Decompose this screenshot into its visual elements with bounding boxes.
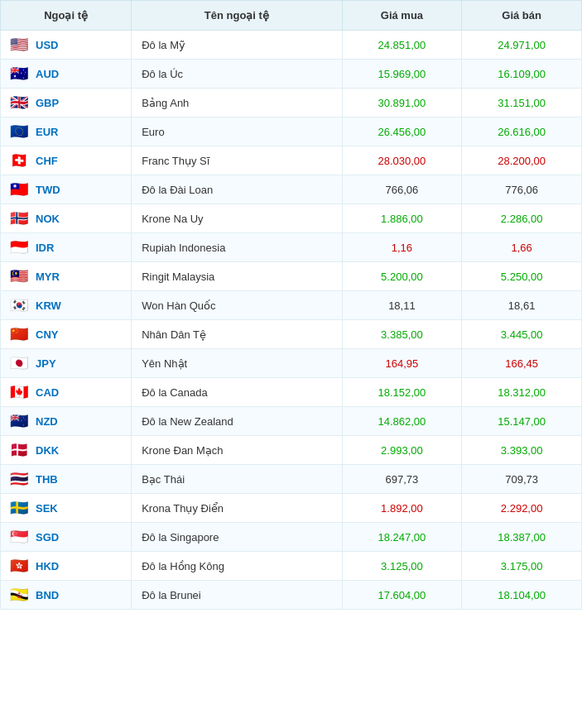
flag-icon: 🇨🇭 xyxy=(7,152,31,169)
sell-price: 18.387,00 xyxy=(498,531,546,544)
currency-code: DKK xyxy=(36,444,59,457)
table-row: 🇨🇭 CHF Franc Thụy Sĩ 28.030,00 28.200,00 xyxy=(1,146,582,175)
table-row: 🇦🇺 AUD Đô la Úc 15.969,00 16.109,00 xyxy=(1,60,582,89)
flag-icon: 🇺🇸 xyxy=(7,36,31,53)
sell-price-cell: 166,45 xyxy=(462,349,582,378)
flag-icon: 🇲🇾 xyxy=(7,268,31,285)
sell-price-cell: 5.250,00 xyxy=(462,262,582,291)
buy-price: 26.456,00 xyxy=(378,126,426,138)
table-row: 🇬🇧 GBP Bảng Anh 30.891,00 31.151,00 xyxy=(1,89,582,117)
flag-icon: 🇬🇧 xyxy=(7,94,31,111)
buy-price: 18.152,00 xyxy=(378,386,426,399)
sell-price-cell: 776,06 xyxy=(462,175,582,204)
sell-price: 776,06 xyxy=(505,184,538,196)
flag-icon: 🇦🇺 xyxy=(7,65,31,82)
sell-price: 3.393,00 xyxy=(501,444,543,457)
currency-cell: 🇹🇭 THB xyxy=(1,465,132,494)
sell-price-cell: 24.971,00 xyxy=(462,31,582,60)
currency-name-cell: Rupiah Indonesia xyxy=(132,233,342,262)
table-row: 🇳🇴 NOK Krone Na Uy 1.886,00 2.286,00 xyxy=(1,204,582,233)
table-row: 🇩🇰 DKK Krone Đan Mạch 2.993,00 3.393,00 xyxy=(1,436,582,465)
currency-cell: 🇬🇧 GBP xyxy=(1,89,132,117)
sell-price-cell: 2.292,00 xyxy=(462,494,582,523)
table-row: 🇹🇭 THB Bạc Thái 697,73 709,73 xyxy=(1,465,582,494)
sell-price: 18.104,00 xyxy=(498,589,546,601)
currency-table: Ngoại tệ Tên ngoại tệ Giá mua Giá bán 🇺🇸… xyxy=(0,0,582,610)
sell-price-cell: 18,61 xyxy=(462,291,582,320)
flag-icon: 🇨🇦 xyxy=(7,384,31,400)
table-row: 🇪🇺 EUR Euro 26.456,00 26.616,00 xyxy=(1,117,582,146)
sell-price-cell: 28.200,00 xyxy=(462,146,582,175)
buy-price-cell: 26.456,00 xyxy=(342,117,462,146)
currency-cell: 🇸🇬 SGD xyxy=(1,523,132,552)
currency-name-cell: Nhân Dân Tệ xyxy=(132,320,342,349)
buy-price-cell: 18.152,00 xyxy=(342,378,462,407)
buy-price: 1.886,00 xyxy=(381,213,423,225)
currency-code: CNY xyxy=(36,328,58,341)
sell-price: 31.151,00 xyxy=(498,97,546,109)
buy-price: 2.993,00 xyxy=(381,444,423,457)
table-row: 🇲🇾 MYR Ringit Malaysia 5.200,00 5.250,00 xyxy=(1,262,582,291)
sell-price: 18.312,00 xyxy=(498,386,546,399)
table-header-row: Ngoại tệ Tên ngoại tệ Giá mua Giá bán xyxy=(1,1,582,31)
currency-name-cell: Krona Thụy Điển xyxy=(132,494,342,523)
col-buy: Giá mua xyxy=(342,1,462,31)
flag-icon: 🇰🇷 xyxy=(7,297,31,314)
sell-price: 3.175,00 xyxy=(501,560,543,572)
sell-price: 3.445,00 xyxy=(501,328,543,341)
buy-price: 15.969,00 xyxy=(378,68,426,80)
sell-price-cell: 26.616,00 xyxy=(462,117,582,146)
flag-icon: 🇨🇳 xyxy=(7,326,31,342)
table-row: 🇺🇸 USD Đô la Mỹ 24.851,00 24.971,00 xyxy=(1,31,582,60)
currency-code: BND xyxy=(36,589,59,601)
sell-price-cell: 709,73 xyxy=(462,465,582,494)
table-row: 🇮🇩 IDR Rupiah Indonesia 1,16 1,66 xyxy=(1,233,582,262)
sell-price-cell: 18.104,00 xyxy=(462,581,582,610)
buy-price: 697,73 xyxy=(386,473,419,486)
sell-price-cell: 31.151,00 xyxy=(462,89,582,117)
sell-price-cell: 3.445,00 xyxy=(462,320,582,349)
currency-name-cell: Đô la Canada xyxy=(132,378,342,407)
currency-name-cell: Yên Nhật xyxy=(132,349,342,378)
currency-name-cell: Đô la Singapore xyxy=(132,523,342,552)
sell-price-cell: 3.393,00 xyxy=(462,436,582,465)
flag-icon: 🇮🇩 xyxy=(7,239,31,256)
currency-code: KRW xyxy=(36,299,61,312)
sell-price: 5.250,00 xyxy=(501,271,543,283)
sell-price: 2.286,00 xyxy=(501,213,543,225)
buy-price-cell: 164,95 xyxy=(342,349,462,378)
currency-name-cell: Đô la Brunei xyxy=(132,581,342,610)
buy-price: 3.385,00 xyxy=(381,328,423,341)
buy-price: 14.862,00 xyxy=(378,415,426,428)
currency-code: USD xyxy=(36,39,58,51)
table-row: 🇰🇷 KRW Won Hàn Quốc 18,11 18,61 xyxy=(1,291,582,320)
table-row: 🇸🇪 SEK Krona Thụy Điển 1.892,00 2.292,00 xyxy=(1,494,582,523)
sell-price: 24.971,00 xyxy=(498,39,546,51)
currency-cell: 🇨🇭 CHF xyxy=(1,146,132,175)
sell-price: 16.109,00 xyxy=(498,68,546,80)
sell-price: 1,66 xyxy=(511,242,531,254)
buy-price-cell: 1.886,00 xyxy=(342,204,462,233)
buy-price-cell: 18,11 xyxy=(342,291,462,320)
currency-cell: 🇮🇩 IDR xyxy=(1,233,132,262)
buy-price: 18.247,00 xyxy=(378,531,426,544)
currency-cell: 🇭🇰 HKD xyxy=(1,552,132,581)
currency-cell: 🇯🇵 JPY xyxy=(1,349,132,378)
buy-price: 164,95 xyxy=(386,357,419,370)
currency-code: MYR xyxy=(36,271,60,283)
sell-price-cell: 18.312,00 xyxy=(462,378,582,407)
currency-cell: 🇦🇺 AUD xyxy=(1,60,132,89)
flag-icon: 🇹🇭 xyxy=(7,471,31,487)
currency-code: EUR xyxy=(36,126,58,138)
buy-price: 766,06 xyxy=(386,184,419,196)
buy-price: 3.125,00 xyxy=(381,560,423,572)
table-row: 🇭🇰 HKD Đô la Hồng Kông 3.125,00 3.175,00 xyxy=(1,552,582,581)
col-sell: Giá bán xyxy=(462,1,582,31)
buy-price-cell: 5.200,00 xyxy=(342,262,462,291)
flag-icon: 🇹🇼 xyxy=(7,181,31,198)
currency-cell: 🇳🇿 NZD xyxy=(1,407,132,436)
col-name: Tên ngoại tệ xyxy=(132,1,342,31)
flag-icon: 🇧🇳 xyxy=(7,587,31,603)
currency-code: GBP xyxy=(36,97,59,109)
buy-price-cell: 15.969,00 xyxy=(342,60,462,89)
